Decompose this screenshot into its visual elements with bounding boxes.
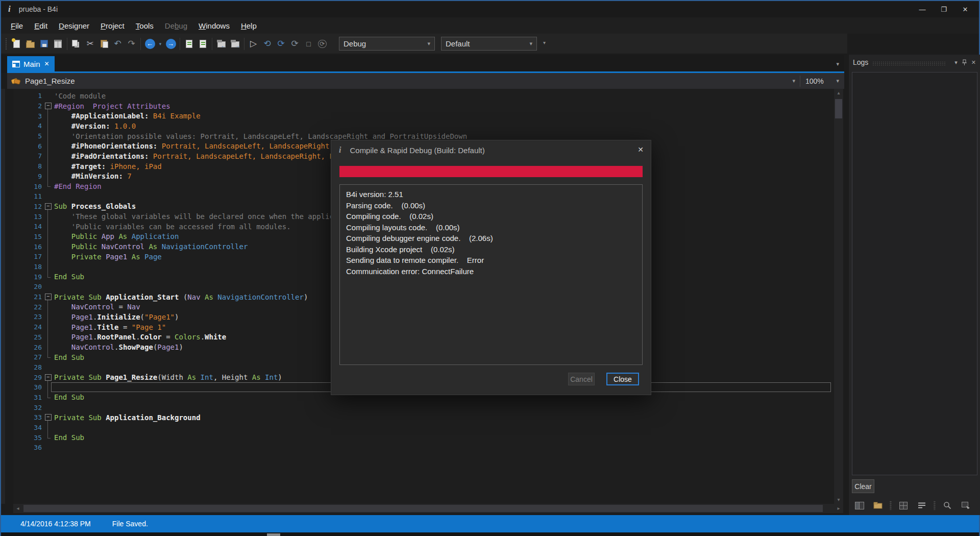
caret-down-icon[interactable]: ▾: [792, 78, 795, 84]
toolbar-separator: [140, 38, 141, 50]
redo-icon: ↷: [128, 39, 135, 48]
code-text: Public App As Application: [54, 232, 179, 240]
paste-icon: [101, 40, 107, 47]
menu-windows[interactable]: Windows: [193, 19, 235, 32]
layout-panels-button[interactable]: [853, 499, 866, 511]
copy-button[interactable]: [69, 37, 83, 51]
menu-tools[interactable]: Tools: [130, 19, 159, 32]
tab-list-dropdown[interactable]: ▾: [836, 61, 839, 67]
dialog-close-icon[interactable]: ✕: [638, 145, 644, 154]
code-line-36[interactable]: 36: [13, 443, 834, 453]
build-mode-select[interactable]: Debug ▾: [339, 37, 435, 51]
code-line-32[interactable]: 32: [13, 402, 834, 412]
panel-menu-icon[interactable]: ▾: [954, 59, 958, 66]
tab-close-icon[interactable]: ✕: [44, 60, 50, 67]
run-button[interactable]: ▷: [247, 37, 260, 51]
code-text: #End Region: [54, 182, 102, 190]
menu-project[interactable]: Project: [95, 19, 130, 32]
open-project-button[interactable]: [23, 37, 37, 51]
compile-to-device-button[interactable]: [228, 37, 242, 51]
cut-button[interactable]: ✂: [83, 37, 97, 51]
restart-app-button[interactable]: ⟳: [315, 37, 329, 51]
panels-icon: [855, 502, 864, 509]
module-manager-button[interactable]: [51, 37, 65, 51]
line-number: 11: [13, 192, 42, 200]
code-line-3[interactable]: 3 #ApplicationLabel: B4i Example: [13, 111, 834, 121]
find-button[interactable]: [941, 499, 954, 511]
ide-window: i prueba - B4i — ❐ ✕ FileEditDesignerPro…: [0, 0, 980, 536]
code-text: NavControl = Nav: [54, 303, 140, 311]
minimize-button[interactable]: —: [912, 1, 933, 17]
navigate-back-button[interactable]: ←: [143, 37, 157, 51]
line-number: 36: [13, 444, 42, 451]
comment-code-button[interactable]: [182, 37, 196, 51]
code-line-1[interactable]: 1'Code module: [13, 91, 834, 101]
stop-button[interactable]: □: [302, 37, 315, 51]
code-text: #Region Project Attributes: [54, 102, 170, 110]
menu-file[interactable]: File: [5, 19, 29, 32]
menu-designer[interactable]: Designer: [53, 19, 95, 32]
logs-panel-header[interactable]: Logs ▾ ✕: [849, 55, 980, 70]
toolbar-overflow-button[interactable]: ▾: [543, 40, 546, 45]
save-button[interactable]: [37, 37, 51, 51]
editor-horizontal-scrollbar[interactable]: ◂ ▸: [13, 504, 843, 513]
compile-to-library-button[interactable]: [214, 37, 228, 51]
redo-button[interactable]: ↷: [125, 37, 138, 51]
uncomment-code-button[interactable]: [196, 37, 210, 51]
code-line-34[interactable]: 34: [13, 423, 834, 433]
undo-button[interactable]: ↶: [111, 37, 125, 51]
fold-marker[interactable]: [42, 374, 54, 381]
panel-toolbar-separator: [934, 501, 936, 510]
fold-marker[interactable]: [42, 294, 54, 300]
new-file-button[interactable]: [10, 37, 23, 51]
scroll-up-icon[interactable]: ▴: [834, 89, 843, 97]
dialog-close-button[interactable]: Close: [606, 373, 639, 385]
restore-icon: ❐: [941, 6, 947, 13]
vertical-scroll-thumb[interactable]: [835, 99, 842, 118]
compile-log-box: B4i version: 2.51Parsing code. (0.00s)Co…: [339, 184, 643, 365]
menu-edit[interactable]: Edit: [29, 19, 53, 32]
fold-marker[interactable]: [42, 414, 54, 421]
code-line-33[interactable]: 33Private Sub Application_Background: [13, 412, 834, 423]
debug-button[interactable]: ⟳: [274, 37, 288, 51]
compile-progress-bar: [339, 166, 643, 177]
fold-marker[interactable]: [42, 103, 54, 109]
horizontal-scroll-thumb[interactable]: [23, 505, 823, 512]
cut-icon: ✂: [86, 39, 93, 48]
clear-logs-button[interactable]: Clear: [852, 479, 874, 493]
tab-main[interactable]: Main ✕: [7, 56, 55, 71]
fold-scope-tick: [47, 186, 51, 187]
rapid-debug-button[interactable]: ⟲: [260, 37, 274, 51]
panel-close-icon[interactable]: ✕: [971, 59, 976, 66]
fold-scope-tick: [47, 357, 51, 358]
copy-icon: [72, 40, 78, 46]
code-text: End Sub: [54, 273, 84, 281]
menu-help[interactable]: Help: [235, 19, 262, 32]
sub-navigation-bar[interactable]: Page1_Resize ▾ 100% ▾: [7, 73, 844, 89]
pin-icon[interactable]: [962, 59, 967, 66]
scroll-right-icon[interactable]: ▸: [834, 504, 843, 513]
code-line-4[interactable]: 4 #Version: 1.0.0: [13, 121, 834, 131]
modules-tab-button[interactable]: [897, 499, 910, 511]
back-history-dropdown[interactable]: ▾: [157, 37, 164, 51]
paste-button[interactable]: [97, 37, 111, 51]
zoom-select[interactable]: 100% ▾: [802, 75, 842, 87]
restore-button[interactable]: ❐: [933, 1, 954, 17]
code-text: 'Public variables can be accessed from a…: [54, 223, 291, 231]
close-button[interactable]: ✕: [954, 1, 976, 17]
scroll-left-icon[interactable]: ◂: [13, 504, 22, 513]
files-tab-button[interactable]: [871, 499, 885, 511]
build-config-select[interactable]: Default ▾: [441, 37, 537, 51]
log-output-area[interactable]: [852, 72, 977, 475]
designer-button[interactable]: [959, 499, 972, 511]
fold-marker[interactable]: [42, 203, 54, 210]
logs-tab-button[interactable]: [915, 499, 928, 511]
navigate-forward-button[interactable]: →: [164, 37, 178, 51]
window-title: prueba - B4i: [19, 5, 58, 13]
dialog-title-bar[interactable]: i Compile & Rapid Debug (Build: Default)…: [331, 140, 651, 160]
step-button[interactable]: ⟳: [288, 37, 302, 51]
editor-vertical-scrollbar[interactable]: ▴ ▾: [834, 89, 843, 504]
scroll-down-icon[interactable]: ▾: [834, 496, 843, 504]
code-line-2[interactable]: 2#Region Project Attributes: [13, 101, 834, 111]
code-line-35[interactable]: 35End Sub: [13, 432, 834, 443]
